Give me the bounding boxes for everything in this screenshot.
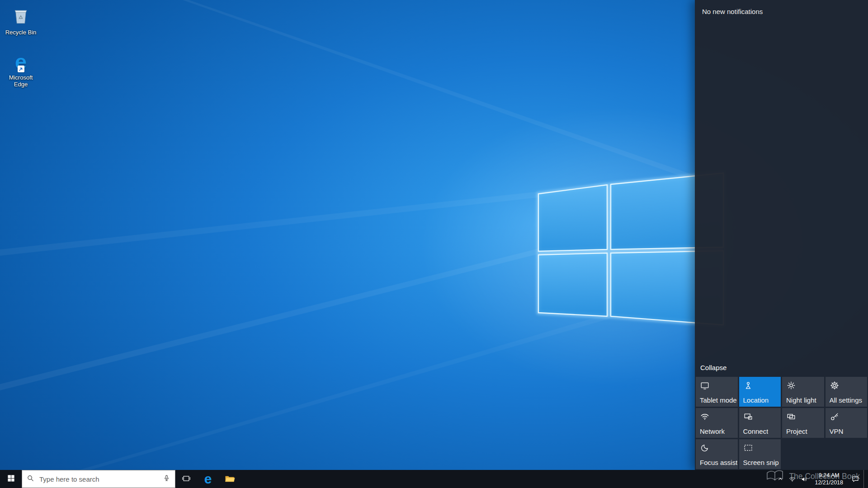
settings-gear-icon xyxy=(830,380,840,390)
show-desktop-button[interactable] xyxy=(863,470,868,488)
taskbar: e xyxy=(0,470,868,488)
screen-snip-icon xyxy=(743,443,753,453)
clock-time: 9:24 AM xyxy=(819,472,840,479)
action-center-panel: No new notifications Collapse Tablet mod… xyxy=(695,0,868,470)
quick-action-label: Project xyxy=(786,427,807,435)
windows-desktop: Recycle Bin e Microsoft Edge No new noti… xyxy=(0,0,868,488)
quick-action-night-light[interactable]: Night light xyxy=(782,377,824,407)
notifications-status-text: No new notifications xyxy=(695,0,868,23)
quick-action-label: Network xyxy=(700,427,725,435)
microphone-icon[interactable] xyxy=(163,474,170,484)
windows-logo-icon xyxy=(7,474,15,483)
desktop-icon-label: Recycle Bin xyxy=(5,29,37,36)
quick-action-label: All settings xyxy=(830,396,863,404)
taskbar-search[interactable] xyxy=(22,470,175,488)
quick-action-network[interactable]: Network xyxy=(696,408,738,438)
quick-action-label: Night light xyxy=(786,396,816,404)
focus-assist-icon xyxy=(700,443,710,453)
tray-volume-icon[interactable] xyxy=(798,470,811,488)
project-icon xyxy=(786,412,796,422)
taskbar-file-explorer-button[interactable] xyxy=(219,470,241,488)
quick-action-label: VPN xyxy=(830,427,844,435)
start-button[interactable] xyxy=(0,470,22,488)
quick-action-project[interactable]: Project xyxy=(782,408,824,438)
location-icon xyxy=(743,380,753,390)
quick-action-connect[interactable]: Connect xyxy=(739,408,781,438)
shortcut-arrow-icon xyxy=(18,66,24,72)
connect-icon xyxy=(743,412,753,422)
system-tray: 9:24 AM 12/21/2018 xyxy=(774,470,868,488)
action-center-button[interactable] xyxy=(847,470,863,488)
quick-action-focus-assist[interactable]: Focus assist xyxy=(696,439,738,469)
quick-action-label: Location xyxy=(743,396,769,404)
edge-icon: e xyxy=(15,51,27,73)
tray-network-icon[interactable] xyxy=(786,470,798,488)
quick-actions-grid: Tablet modeLocationNight lightAll settin… xyxy=(696,377,867,469)
network-icon xyxy=(700,412,710,422)
desktop-icon-microsoft-edge[interactable]: e Microsoft Edge xyxy=(3,51,39,88)
quick-action-screen-snip[interactable]: Screen snip xyxy=(739,439,781,469)
quick-action-label: Tablet mode xyxy=(700,396,737,404)
search-input[interactable] xyxy=(38,475,159,483)
quick-action-location[interactable]: Location xyxy=(739,377,781,407)
search-icon xyxy=(27,474,34,484)
quick-action-all-settings[interactable]: All settings xyxy=(826,377,868,407)
collapse-link[interactable]: Collapse xyxy=(700,364,726,371)
vpn-icon xyxy=(830,412,840,422)
recycle-bin-icon xyxy=(11,6,31,28)
taskbar-empty-area xyxy=(241,470,774,488)
quick-action-tablet-mode[interactable]: Tablet mode xyxy=(696,377,738,407)
desktop-icon-label: Microsoft Edge xyxy=(3,75,39,88)
taskbar-clock[interactable]: 9:24 AM 12/21/2018 xyxy=(811,470,847,488)
quick-action-vpn[interactable]: VPN xyxy=(826,408,868,438)
quick-action-label: Connect xyxy=(743,427,769,435)
clock-date: 12/21/2018 xyxy=(815,479,843,486)
tray-chevron-up-icon[interactable] xyxy=(774,470,786,488)
taskbar-edge-button[interactable]: e xyxy=(197,470,219,488)
tablet-mode-icon xyxy=(700,380,710,390)
desktop-icon-recycle-bin[interactable]: Recycle Bin xyxy=(3,6,39,36)
file-explorer-icon xyxy=(224,473,235,485)
night-light-icon xyxy=(786,380,796,390)
task-view-button[interactable] xyxy=(175,470,197,488)
quick-actions-section: Collapse Tablet modeLocationNight lightA… xyxy=(696,364,867,469)
quick-action-label: Focus assist xyxy=(700,459,737,466)
task-view-icon xyxy=(182,474,191,484)
edge-icon: e xyxy=(204,472,212,486)
quick-action-label: Screen snip xyxy=(743,459,779,466)
